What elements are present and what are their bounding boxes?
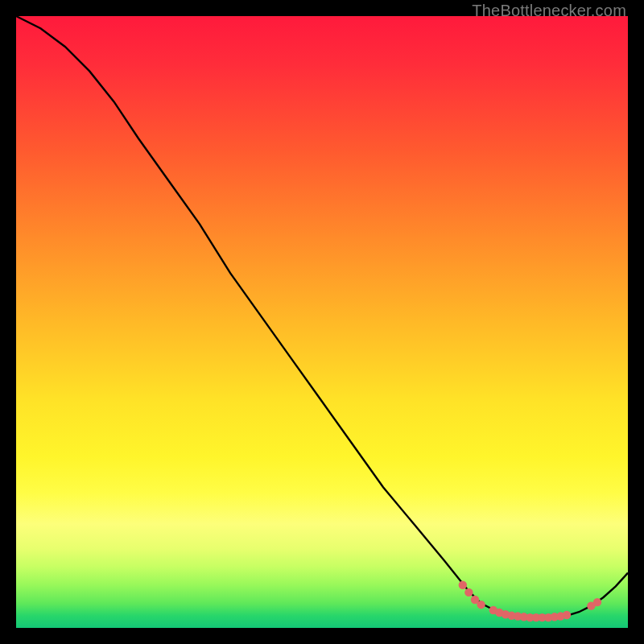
- watermark-text: TheBottlenecker.com: [472, 2, 626, 20]
- curve-marker: [563, 611, 571, 619]
- chart-frame: TheBottlenecker.com: [0, 0, 644, 644]
- plot-area: [16, 16, 628, 628]
- curve-line: [16, 16, 628, 618]
- curve-marker: [459, 581, 467, 589]
- curve-marker: [593, 598, 601, 606]
- curve-marker: [464, 588, 473, 597]
- curve-marker: [477, 601, 485, 609]
- curve-markers: [459, 581, 602, 622]
- chart-svg: [16, 16, 628, 628]
